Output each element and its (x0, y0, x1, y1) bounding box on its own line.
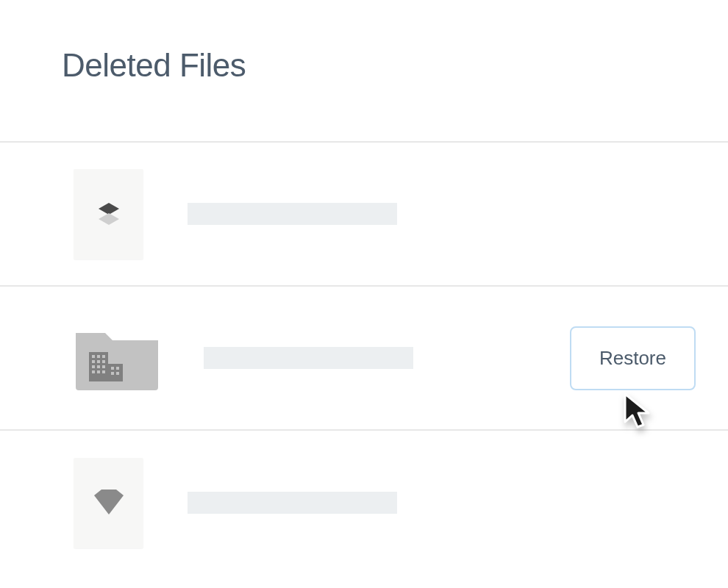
svg-rect-7 (92, 360, 95, 363)
sketch-file-icon (91, 487, 126, 519)
file-row[interactable] (0, 431, 728, 575)
svg-marker-0 (99, 203, 119, 215)
restore-button[interactable]: Restore (570, 326, 696, 390)
deleted-files-page: Deleted Files (0, 0, 728, 575)
svg-rect-11 (97, 365, 100, 368)
svg-rect-8 (97, 360, 100, 363)
deleted-files-list: Restore (0, 141, 728, 575)
svg-rect-18 (111, 372, 114, 375)
folder-thumbnail (74, 325, 160, 391)
svg-rect-9 (102, 360, 105, 363)
svg-marker-1 (99, 213, 119, 225)
svg-rect-19 (116, 372, 119, 375)
file-name-placeholder (188, 492, 397, 514)
svg-rect-3 (108, 364, 123, 381)
file-thumbnail (74, 458, 143, 548)
svg-rect-12 (102, 365, 105, 368)
svg-rect-14 (97, 370, 100, 373)
page-title: Deleted Files (0, 47, 728, 84)
row-actions: Restore (570, 326, 696, 390)
svg-rect-15 (102, 370, 105, 373)
svg-rect-5 (97, 355, 100, 358)
svg-rect-13 (92, 370, 95, 373)
file-name-placeholder (204, 347, 413, 369)
file-row[interactable]: Restore (0, 287, 728, 431)
dropbox-paper-icon (93, 198, 125, 229)
svg-rect-10 (92, 365, 95, 368)
team-folder-icon (73, 323, 161, 393)
svg-rect-17 (116, 367, 119, 370)
svg-rect-4 (92, 355, 95, 358)
file-row[interactable] (0, 143, 728, 287)
file-thumbnail (74, 169, 143, 259)
file-name-placeholder (188, 203, 397, 225)
svg-marker-20 (94, 490, 124, 514)
svg-rect-6 (102, 355, 105, 358)
svg-rect-16 (111, 367, 114, 370)
